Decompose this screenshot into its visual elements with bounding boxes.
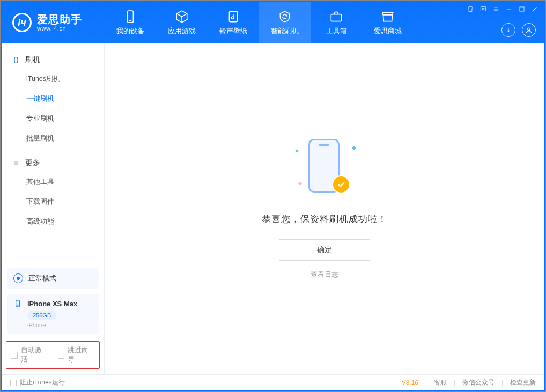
- svg-rect-13: [14, 57, 18, 63]
- tab-label: 铃声壁纸: [219, 27, 247, 36]
- sidebar-group-flash: 刷机: [2, 51, 104, 69]
- mode-box[interactable]: 正常模式: [7, 268, 99, 289]
- tab-label: 智能刷机: [271, 27, 299, 36]
- svg-rect-9: [520, 7, 524, 11]
- phone-icon: [123, 10, 137, 24]
- spark-icon: [298, 181, 302, 185]
- sidebar-item-onekey-flash[interactable]: 一键刷机: [2, 89, 104, 109]
- tab-label: 我的设备: [116, 27, 144, 36]
- view-log-link[interactable]: 查看日志: [311, 270, 338, 279]
- list-icon: [12, 159, 20, 167]
- group-label: 更多: [25, 158, 40, 168]
- check-update-link[interactable]: 检查更新: [510, 378, 536, 387]
- tab-ringtone-wallpaper[interactable]: 铃声壁纸: [208, 2, 259, 43]
- nav-tabs: 我的设备 应用游戏 铃声壁纸 智能刷机 工具箱 爱思商城: [105, 2, 414, 43]
- confirm-button[interactable]: 确定: [279, 239, 370, 261]
- tshirt-icon[interactable]: [466, 5, 475, 13]
- check-badge-icon: [332, 175, 350, 194]
- sidebar-item-batch-flash[interactable]: 批量刷机: [2, 129, 104, 149]
- group-label: 刷机: [25, 55, 40, 65]
- checkbox-label: 跳过向导: [68, 346, 95, 364]
- main-area: 恭喜您，保资料刷机成功啦！ 确定 查看日志: [105, 43, 544, 374]
- spark-icon: [352, 145, 356, 150]
- app-window: iч 爱思助手 www.i4.cn 我的设备 应用游戏 铃声壁纸 智能刷机: [1, 1, 545, 391]
- logo-text: 爱思助手 www.i4.cn: [37, 13, 82, 32]
- minimize-icon[interactable]: [505, 5, 513, 13]
- header-user-area: [501, 23, 536, 37]
- device-icon: [12, 56, 20, 64]
- checkbox-block-itunes[interactable]: 阻止iTunes运行: [10, 378, 65, 387]
- support-link[interactable]: 客服: [434, 378, 447, 387]
- separator: [454, 380, 455, 386]
- header: iч 爱思助手 www.i4.cn 我的设备 应用游戏 铃声壁纸 智能刷机: [2, 2, 544, 43]
- svg-rect-2: [229, 11, 237, 22]
- sidebar-scroll: 刷机 iTunes刷机 一键刷机 专业刷机 批量刷机 更多 其他工具 下载固件 …: [2, 43, 104, 268]
- svg-rect-3: [331, 14, 342, 21]
- user-button[interactable]: [522, 23, 536, 37]
- mode-icon: [13, 273, 23, 283]
- version-label: V8.16: [402, 379, 418, 387]
- cube-icon: [175, 10, 189, 24]
- status-bar: 阻止iTunes运行 V8.16 客服 微信公众号 检查更新: [2, 374, 544, 390]
- download-button[interactable]: [501, 23, 515, 37]
- sidebar-item-itunes-flash[interactable]: iTunes刷机: [2, 69, 104, 89]
- sidebar-item-pro-flash[interactable]: 专业刷机: [2, 109, 104, 129]
- separator: [502, 380, 503, 386]
- briefcase-icon: [329, 10, 343, 24]
- checkbox-label: 阻止iTunes运行: [20, 378, 65, 387]
- feedback-icon[interactable]: [479, 5, 488, 13]
- music-file-icon: [226, 10, 240, 24]
- checkbox-label: 自动激活: [21, 346, 48, 364]
- tab-apps-games[interactable]: 应用游戏: [156, 2, 208, 43]
- close-icon[interactable]: [530, 5, 539, 13]
- highlighted-options: 自动激活 跳过向导: [6, 341, 100, 369]
- window-controls: [466, 5, 539, 13]
- checkbox-icon: [10, 380, 17, 386]
- sidebar: 刷机 iTunes刷机 一键刷机 专业刷机 批量刷机 更多 其他工具 下载固件 …: [2, 43, 105, 374]
- tab-label: 应用游戏: [168, 27, 196, 36]
- wechat-link[interactable]: 微信公众号: [462, 378, 495, 387]
- status-right: V8.16 客服 微信公众号 检查更新: [402, 378, 536, 387]
- mode-label: 正常模式: [28, 273, 56, 283]
- app-url: www.i4.cn: [37, 25, 82, 32]
- sidebar-item-download-firmware[interactable]: 下载固件: [2, 192, 104, 212]
- checkbox-skip-wizard[interactable]: 跳过向导: [58, 346, 95, 364]
- sidebar-bottom: 正常模式 iPhone XS Max 256GB iPhone: [2, 268, 104, 341]
- maximize-icon[interactable]: [518, 5, 526, 13]
- checkbox-icon: [11, 352, 18, 359]
- separator: [426, 380, 426, 386]
- checkbox-icon: [58, 352, 65, 359]
- success-illustration: [292, 139, 357, 198]
- refresh-shield-icon: [278, 10, 292, 24]
- phone-icon: [13, 299, 22, 308]
- logo-area[interactable]: iч 爱思助手 www.i4.cn: [2, 2, 105, 43]
- device-box[interactable]: iPhone XS Max 256GB iPhone: [7, 294, 99, 334]
- sidebar-item-other-tools[interactable]: 其他工具: [2, 172, 104, 192]
- logo-icon: iч: [12, 13, 32, 32]
- device-type: iPhone: [27, 322, 92, 328]
- body: 刷机 iTunes刷机 一键刷机 专业刷机 批量刷机 更多 其他工具 下载固件 …: [2, 43, 544, 374]
- sidebar-item-advanced[interactable]: 高级功能: [2, 212, 104, 232]
- success-message: 恭喜您，保资料刷机成功啦！: [262, 213, 387, 225]
- tab-label: 爱思商城: [374, 27, 402, 36]
- svg-rect-4: [481, 6, 485, 11]
- device-capacity: 256GB: [27, 311, 56, 320]
- svg-point-12: [528, 28, 530, 31]
- sidebar-group-more: 更多: [2, 154, 104, 172]
- device-name: iPhone XS Max: [27, 300, 77, 308]
- checkbox-auto-activate[interactable]: 自动激活: [11, 346, 48, 364]
- shop-icon: [381, 10, 395, 24]
- menu-icon[interactable]: [492, 5, 500, 13]
- spark-icon: [295, 149, 299, 152]
- app-name: 爱思助手: [37, 13, 82, 25]
- tab-my-device[interactable]: 我的设备: [105, 2, 156, 43]
- tab-toolbox[interactable]: 工具箱: [311, 2, 362, 43]
- tab-store[interactable]: 爱思商城: [362, 2, 414, 43]
- tab-label: 工具箱: [326, 27, 347, 36]
- tab-smart-flash[interactable]: 智能刷机: [259, 2, 311, 43]
